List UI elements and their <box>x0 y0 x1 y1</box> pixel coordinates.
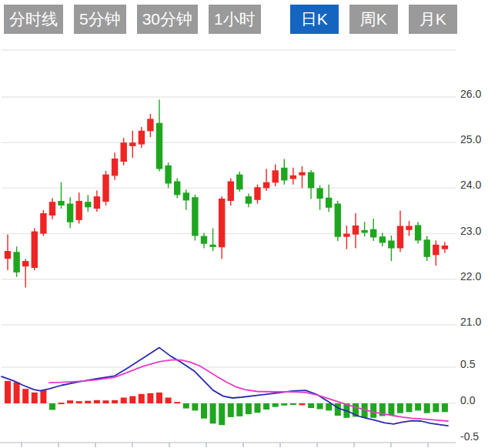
candle-body <box>236 175 242 190</box>
candle-body <box>156 123 162 169</box>
macd-histogram-bar <box>183 403 189 409</box>
macd-histogram-bar <box>397 403 403 413</box>
candle-body <box>13 252 19 272</box>
macd-histogram-bar <box>40 390 46 403</box>
candle-body <box>272 170 279 182</box>
macd-histogram-bar <box>406 403 413 412</box>
candle-body <box>102 175 109 202</box>
candle-body <box>361 230 367 233</box>
macd-histogram-bar <box>281 403 287 406</box>
macd-histogram-bar <box>58 403 65 404</box>
price-axis-label: 23.0 <box>460 225 481 237</box>
macd-histogram-bar <box>236 403 242 416</box>
macd-histogram-bar <box>388 403 394 415</box>
candle-body <box>308 172 314 189</box>
kline-chart[interactable]: 26.025.024.023.022.021.00.50.0-0.5 <box>0 0 488 448</box>
price-axis-label: 22.0 <box>460 270 481 283</box>
candle-body <box>67 204 73 222</box>
candle-body <box>5 251 11 259</box>
macd-histogram-bar <box>165 398 172 404</box>
candle-body <box>192 197 198 236</box>
candle-body <box>201 236 207 244</box>
macd-histogram-bar <box>49 403 55 410</box>
candle-body <box>335 204 341 237</box>
candle-body <box>58 201 64 206</box>
candle-body <box>316 188 323 199</box>
candle-body <box>228 182 234 202</box>
macd-histogram-bar <box>14 383 20 403</box>
candle-body <box>49 202 55 216</box>
candle-body <box>379 236 386 242</box>
price-axis-label: 26.0 <box>460 88 481 100</box>
macd-histogram-bar <box>112 400 118 403</box>
macd-histogram-bar <box>415 403 421 410</box>
candle-body <box>139 131 145 145</box>
candle-body <box>183 192 189 200</box>
candle-body <box>32 232 38 268</box>
candle-body <box>290 176 296 179</box>
macd-histogram-bar <box>228 403 234 417</box>
macd-histogram-bar <box>308 403 314 408</box>
candle-body <box>246 196 252 204</box>
macd-histogram-bar <box>22 389 28 403</box>
candle-body <box>406 226 412 230</box>
macd-histogram-bar <box>317 403 323 410</box>
candle-body <box>94 196 100 209</box>
macd-histogram-bar <box>263 403 269 410</box>
tab-weekly-k[interactable]: 周K <box>349 5 398 34</box>
macd-histogram-bar <box>219 403 225 425</box>
macd-histogram-bar <box>129 396 135 403</box>
macd-histogram-bar <box>370 403 376 418</box>
price-axis-label: 21.0 <box>460 316 481 328</box>
candle-body <box>112 159 118 176</box>
candle-body <box>326 198 332 208</box>
macd-histogram-bar <box>290 403 296 405</box>
tab-daily-k[interactable]: 日K <box>290 5 339 34</box>
tab-timeshare[interactable]: 分时线 <box>4 5 63 34</box>
candle-body <box>433 245 439 256</box>
period-tabbar: 分时线 5分钟 30分钟 1小时 日K 周K 月K <box>4 5 457 34</box>
candle-body <box>40 213 46 234</box>
macd-histogram-bar <box>433 403 439 412</box>
macd-histogram-bar <box>121 398 127 404</box>
macd-histogram-bar <box>76 401 82 403</box>
macd-axis-label: 0.0 <box>460 394 476 406</box>
tab-1hour[interactable]: 1小时 <box>209 5 261 34</box>
candle-body <box>85 202 91 207</box>
candle-body <box>76 201 82 220</box>
macd-histogram-bar <box>272 403 279 407</box>
macd-histogram-bar <box>5 381 11 403</box>
macd-histogram-bar <box>442 403 448 412</box>
macd-histogram-bar <box>299 403 306 405</box>
candle-body <box>442 246 448 249</box>
macd-histogram-bar <box>139 394 145 403</box>
price-axis-label: 24.0 <box>460 179 481 191</box>
candle-body <box>165 165 171 184</box>
tab-monthly-k[interactable]: 月K <box>409 5 457 34</box>
candle-body <box>209 245 216 247</box>
candle-body <box>174 182 180 196</box>
price-axis-label: 25.0 <box>460 133 481 145</box>
candle-body <box>263 182 269 189</box>
macd-histogram-bar <box>210 403 216 423</box>
candle-body <box>388 241 394 249</box>
macd-histogram-bar <box>156 393 162 403</box>
candle-body <box>22 261 28 266</box>
candle-body <box>281 168 287 181</box>
candle-body <box>343 234 349 237</box>
candle-body <box>415 225 421 240</box>
macd-histogram-bar <box>255 403 261 413</box>
candle-body <box>370 229 376 238</box>
macd-histogram-bar <box>32 393 38 403</box>
macd-histogram-bar <box>174 402 180 403</box>
candle-body <box>219 199 225 247</box>
kline-chart-canvas[interactable]: 26.025.024.023.022.021.00.50.0-0.5 <box>0 0 488 448</box>
macd-axis-label: -0.5 <box>460 430 479 443</box>
candle-body <box>299 172 305 176</box>
tab-30min[interactable]: 30分钟 <box>137 5 198 34</box>
candle-body <box>121 142 127 162</box>
tab-5min[interactable]: 5分钟 <box>74 5 126 34</box>
macd-histogram-bar <box>67 400 73 403</box>
candle-body <box>254 187 260 200</box>
macd-histogram-bar <box>201 403 207 419</box>
